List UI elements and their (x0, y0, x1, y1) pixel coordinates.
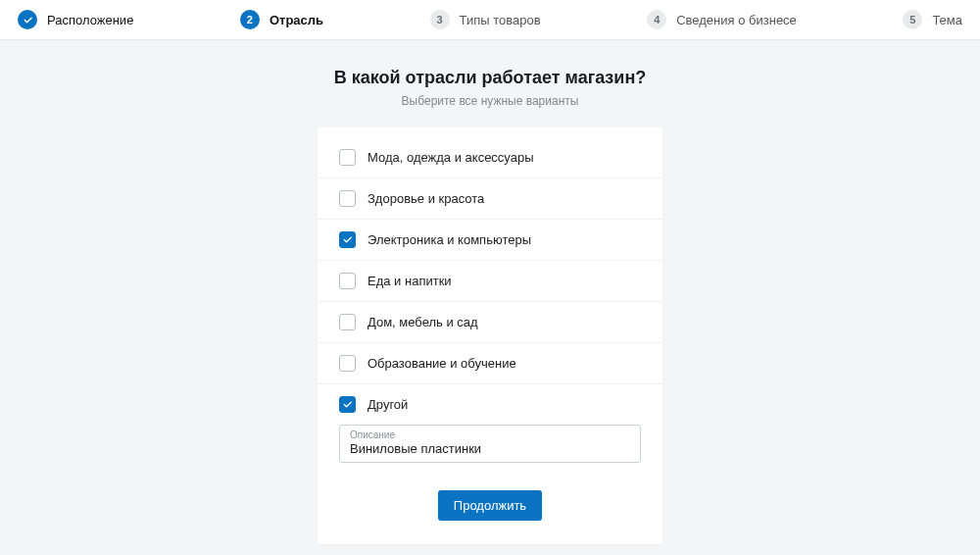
industry-option[interactable]: Здоровье и красота (318, 178, 662, 220)
checkbox[interactable] (339, 314, 356, 330)
wizard-stepper: Расположение2Отрасль3Типы товаров4Сведен… (0, 0, 980, 40)
option-label: Еда и напитки (368, 274, 452, 288)
page-subtitle: Выберите все нужные варианты (0, 94, 980, 108)
step-2[interactable]: 2Отрасль (240, 10, 323, 29)
step-3[interactable]: 3Типы товаров (430, 10, 541, 29)
option-label: Другой (368, 397, 408, 412)
input-value: Виниловые пластинки (350, 441, 630, 456)
check-icon (18, 10, 37, 29)
checkbox[interactable] (339, 231, 356, 248)
option-label: Дом, мебель и сад (368, 315, 478, 329)
step-5[interactable]: 5Тема (903, 10, 962, 29)
industry-option[interactable]: Образование и обучение (318, 343, 662, 384)
industry-option[interactable]: Электроника и компьютеры (318, 220, 662, 261)
checkbox[interactable] (339, 396, 356, 413)
other-description-input[interactable]: Описание Виниловые пластинки (339, 425, 641, 463)
industry-option[interactable]: Другой (318, 384, 662, 425)
checkbox[interactable] (339, 190, 356, 207)
option-label: Электроника и компьютеры (368, 232, 531, 247)
page-title: В какой отрасли работает магазин? (0, 68, 980, 88)
step-number: 5 (903, 10, 922, 29)
step-label: Типы товаров (460, 13, 541, 27)
step-number: 4 (647, 10, 666, 29)
step-number: 2 (240, 10, 260, 29)
checkbox[interactable] (339, 273, 356, 289)
step-label: Тема (932, 13, 962, 27)
other-description-wrap: Описание Виниловые пластинки (318, 425, 662, 469)
checkbox[interactable] (339, 355, 356, 372)
industry-card: Мода, одежда и аксессуарыЗдоровье и крас… (318, 127, 662, 544)
checkbox[interactable] (339, 149, 356, 166)
option-label: Образование и обучение (368, 356, 516, 371)
input-floating-label: Описание (350, 429, 630, 440)
continue-button[interactable]: Продолжить (438, 490, 542, 521)
option-label: Мода, одежда и аксессуары (368, 150, 534, 165)
page-content: В какой отрасли работает магазин? Выбери… (0, 40, 980, 544)
industry-option[interactable]: Еда и напитки (318, 261, 662, 302)
step-4[interactable]: 4Сведения о бизнесе (647, 10, 797, 29)
step-number: 3 (430, 10, 450, 29)
industry-option[interactable]: Мода, одежда и аксессуары (318, 137, 662, 178)
option-label: Здоровье и красота (368, 191, 484, 206)
industry-option[interactable]: Дом, мебель и сад (318, 302, 662, 343)
step-label: Сведения о бизнесе (676, 13, 797, 27)
step-1[interactable]: Расположение (18, 10, 133, 29)
step-label: Отрасль (270, 13, 323, 27)
step-label: Расположение (47, 13, 133, 27)
